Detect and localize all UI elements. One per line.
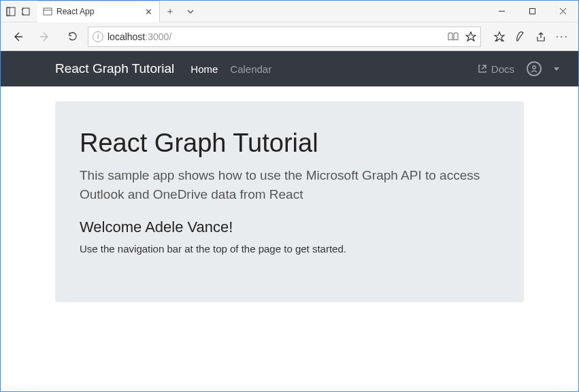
url-text: localhost:3000/	[107, 31, 171, 42]
user-avatar-icon[interactable]	[527, 61, 542, 76]
tab-actions-icon[interactable]	[180, 1, 201, 22]
welcome-hint: Use the navigation bar at the top of the…	[80, 243, 499, 255]
browser-titlebar: React App ✕ ＋	[1, 1, 578, 22]
tab-favicon	[43, 7, 52, 16]
svg-rect-3	[44, 8, 52, 15]
favorites-hub-icon[interactable]	[493, 31, 506, 43]
reading-view-icon[interactable]	[448, 32, 459, 42]
favorite-star-icon[interactable]	[465, 31, 476, 42]
nav-link-calendar[interactable]: Calendar	[230, 63, 271, 75]
browser-address-bar: i localhost:3000/ ···	[1, 22, 578, 51]
share-icon[interactable]	[535, 31, 546, 42]
maximize-button[interactable]	[517, 1, 548, 22]
app-navbar: React Graph Tutorial Home Calendar Docs	[1, 51, 578, 86]
nav-link-home[interactable]: Home	[191, 63, 218, 75]
tab-preview-icon[interactable]	[20, 5, 32, 18]
navbar-brand[interactable]: React Graph Tutorial	[55, 61, 174, 76]
external-link-icon	[478, 64, 487, 74]
more-menu-icon[interactable]: ···	[556, 31, 569, 43]
svg-rect-6	[530, 9, 535, 14]
minimize-button[interactable]	[486, 1, 517, 22]
svg-rect-1	[7, 7, 10, 16]
site-info-icon[interactable]: i	[93, 31, 103, 42]
svg-rect-0	[7, 7, 15, 16]
tab-title: React App	[56, 7, 94, 16]
jumbotron-lead: This sample app shows how to use the Mic…	[80, 166, 499, 203]
jumbotron: React Graph Tutorial This sample app sho…	[55, 101, 524, 302]
url-input[interactable]: i localhost:3000/	[88, 27, 481, 47]
svg-point-9	[533, 66, 535, 69]
user-menu-caret-icon[interactable]	[554, 67, 559, 71]
browser-tab[interactable]: React App ✕	[37, 1, 160, 22]
new-tab-button[interactable]: ＋	[160, 1, 180, 22]
page-content: React Graph Tutorial This sample app sho…	[1, 86, 578, 317]
nav-link-docs[interactable]: Docs	[478, 63, 514, 75]
welcome-heading: Welcome Adele Vance!	[80, 218, 499, 236]
docs-label: Docs	[491, 63, 514, 75]
notes-icon[interactable]	[515, 31, 526, 43]
svg-rect-2	[22, 8, 29, 15]
jumbotron-title: React Graph Tutorial	[80, 129, 499, 158]
tab-aside-icon[interactable]	[5, 5, 17, 18]
close-window-button[interactable]	[548, 1, 578, 22]
forward-button[interactable]	[33, 25, 56, 48]
back-button[interactable]	[6, 25, 29, 48]
refresh-button[interactable]	[61, 25, 84, 48]
tab-close-icon[interactable]: ✕	[145, 7, 152, 17]
